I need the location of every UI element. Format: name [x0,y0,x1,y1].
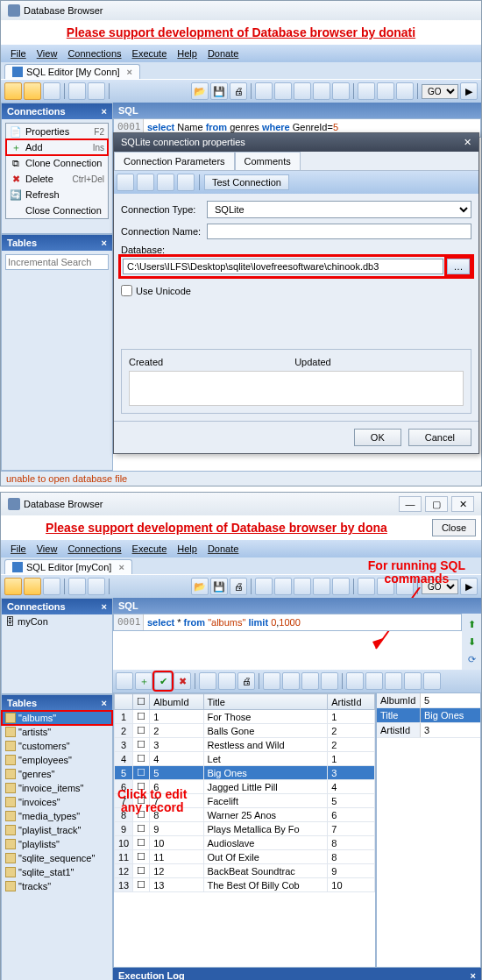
toolbar-btn[interactable] [43,82,60,100]
menu-donate[interactable]: Donate [203,542,243,556]
toolbar-btn[interactable] [117,174,134,191]
table-item[interactable]: "media_types" [2,809,112,823]
table-row[interactable]: 6☐6Jagged Little Pill4 [115,780,375,794]
test-connection-button[interactable]: Test Connection [204,174,289,190]
toolbar-btn[interactable] [255,82,273,100]
toolbar-btn[interactable] [321,672,338,690]
dialog-close-icon[interactable]: ✕ [464,137,471,148]
conn-type-select[interactable]: SQLite [207,201,471,218]
arrow-up-icon[interactable]: ⬆ [464,617,478,631]
donation-banner[interactable]: Please support development of Database b… [6,519,427,536]
table-item[interactable]: "employees" [2,753,112,767]
menu-file[interactable]: File [6,46,31,60]
menu-view[interactable]: View [32,46,62,60]
editor-tab[interactable]: SQL Editor [My Conn] × [4,64,140,79]
table-item[interactable]: "sqlite_sequence" [2,851,112,865]
toolbar-btn[interactable] [423,672,441,690]
sql-code[interactable]: select * from "albums" limit 0,1000 [144,614,304,630]
table-item[interactable]: "invoice_items" [2,781,112,795]
table-row[interactable]: 2☐2Balls Gone2 [115,724,375,738]
save-icon[interactable]: 💾 [210,82,228,100]
table-row[interactable]: 11☐11Out Of Exile8 [115,850,375,864]
menu-file[interactable]: File [6,542,31,556]
ctx-close-conn[interactable]: Close Connection [6,202,108,218]
table-item[interactable]: "genres" [2,767,112,781]
toolbar-btn[interactable] [404,672,422,690]
editor-tab[interactable]: SQL Editor [myCon] × [4,559,132,574]
table-item[interactable]: "playlists" [2,837,112,851]
go-select[interactable]: GO [422,84,458,99]
toolbar-btn[interactable] [377,578,394,595]
panel-close-icon[interactable]: × [102,238,107,248]
close-tab-icon[interactable]: × [118,562,124,572]
table-row[interactable]: 13☐13The Best Of Billy Cob10 [115,878,375,892]
column-header[interactable]: AlbumId [150,694,203,710]
toolbar-btn[interactable] [385,672,402,690]
toolbar-btn[interactable] [157,174,174,191]
ctx-add[interactable]: ＋ Add Ins [6,139,108,155]
menu-help[interactable]: Help [173,542,202,556]
minimize-icon[interactable]: — [399,496,422,512]
sql-editor[interactable]: 0001 select * from "albums" limit 0,1000 [113,614,462,631]
table-item[interactable]: "customers" [2,739,112,753]
ok-button[interactable]: OK [354,429,401,446]
arrow-down-icon[interactable]: ⬇ [464,635,478,649]
search-input[interactable] [5,254,109,270]
table-row[interactable]: 10☐10Audioslave8 [115,836,375,850]
database-path-input[interactable] [123,259,443,274]
titlebar[interactable]: Database Browser — ▢ ✕ [1,493,481,515]
panel-close-icon[interactable]: × [471,970,476,980]
menu-execute[interactable]: Execute [128,46,172,60]
toolbar-btn[interactable] [199,672,216,690]
open-icon[interactable]: 📂 [191,82,209,100]
toolbar-btn[interactable] [24,578,41,595]
toolbar-btn[interactable] [137,174,154,191]
toolbar-btn[interactable] [332,82,350,100]
toolbar-btn[interactable] [177,174,195,191]
toolbar-btn[interactable] [218,672,236,690]
toolbar-btn[interactable] [116,672,133,690]
maximize-icon[interactable]: ▢ [425,496,448,512]
ctx-delete[interactable]: ✖ Delete Ctrl+Del [6,171,108,187]
panel-close-icon[interactable]: × [102,601,107,612]
column-header[interactable]: ArtistId [328,694,375,710]
toolbar-btn[interactable] [43,578,60,595]
run-icon[interactable]: ▶ [460,578,478,595]
close-tab-icon[interactable]: × [127,67,132,77]
commit-icon[interactable]: ✔ [154,672,172,690]
toolbar-btn[interactable] [4,578,22,595]
toolbar-btn[interactable] [358,82,375,100]
banner-close-button[interactable]: Close [432,519,476,536]
table-item[interactable]: "tracks" [2,879,112,893]
toolbar-btn[interactable] [396,578,414,595]
table-item[interactable]: "artists" [2,725,112,739]
table-row[interactable]: 12☐12BackBeat Soundtrac9 [115,864,375,878]
toolbar-btn[interactable] [274,82,292,100]
table-row[interactable]: 3☐3Restless and Wild2 [115,738,375,752]
toolbar-btn[interactable] [88,82,105,100]
donation-banner[interactable]: Please support development of Database b… [1,20,481,45]
refresh-icon[interactable]: ⟳ [464,652,478,666]
connection-item[interactable]: 🗄 myCon [2,614,112,628]
titlebar[interactable]: Database Browser [1,1,481,20]
save-icon[interactable]: 💾 [210,578,228,595]
toolbar-btn[interactable] [313,578,330,595]
toolbar-btn[interactable] [68,578,86,595]
table-row[interactable]: 9☐9Plays Metallica By Fo7 [115,822,375,836]
toolbar-btn[interactable] [4,82,22,100]
toolbar-btn[interactable] [346,672,364,690]
toolbar-btn[interactable] [24,82,41,100]
ctx-clone[interactable]: ⧉ Clone Connection [6,155,108,171]
tab-conn-params[interactable]: Connection Parameters [114,152,235,170]
detail-row[interactable]: ArtistId3 [377,723,480,738]
ctx-properties[interactable]: 📄 Properties F2 [6,124,108,139]
cancel-icon[interactable]: ✖ [174,672,191,690]
toolbar-btn[interactable] [313,82,330,100]
print-icon[interactable]: 🖨 [237,672,255,690]
run-icon[interactable]: ▶ [460,82,478,100]
browse-button[interactable]: … [447,259,470,274]
table-row[interactable]: 7☐7Facelift5 [115,794,375,808]
menu-view[interactable]: View [32,542,62,556]
detail-row[interactable]: AlbumId5 [377,693,480,708]
add-icon[interactable]: ＋ [135,672,152,690]
